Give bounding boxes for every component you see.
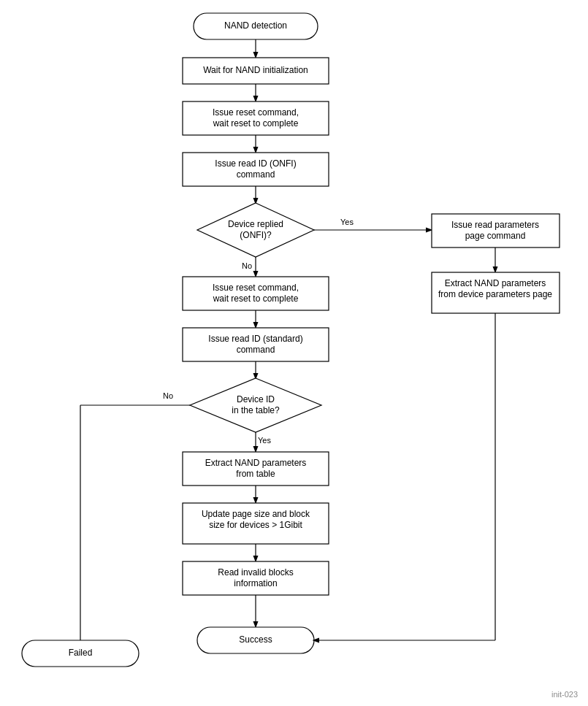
yes2-label: Yes: [258, 436, 271, 445]
no2-label: No: [163, 391, 173, 400]
flowchart: NAND detection Wait for NAND initializat…: [0, 0, 588, 706]
failed-label: Failed: [69, 648, 93, 658]
read-id-std-line1: Issue read ID (standard): [208, 334, 302, 344]
read-params-page-line2: page command: [465, 231, 526, 241]
device-replied-line2: (ONFI)?: [240, 230, 272, 240]
success-label: Success: [239, 634, 272, 645]
extract-table-line1: Extract NAND parameters: [205, 458, 307, 468]
device-id-line1: Device ID: [237, 394, 275, 404]
yes-label: Yes: [340, 218, 354, 226]
read-id-std-line2: command: [237, 345, 275, 355]
reset1-line2: wait reset to complete: [213, 118, 299, 128]
reset2-line1: Issue reset command,: [213, 283, 299, 293]
watermark: init-023: [551, 690, 578, 699]
no-label: No: [242, 261, 252, 270]
reset2-line2: wait reset to complete: [213, 293, 299, 304]
update-page-line2: size for devices > 1Gibit: [209, 520, 302, 530]
wait-init-label: Wait for NAND initialization: [203, 65, 308, 75]
extract-params-line1: Extract NAND parameters: [445, 278, 546, 288]
read-params-page-line1: Issue read parameters: [451, 220, 539, 230]
device-id-line2: in the table?: [232, 405, 280, 415]
read-invalid-line2: information: [234, 578, 277, 588]
device-replied-line1: Device replied: [228, 219, 283, 229]
reset1-line1: Issue reset command,: [213, 107, 299, 118]
nand-detection-label: NAND detection: [224, 20, 287, 31]
update-page-line1: Update page size and block: [202, 509, 310, 519]
read-invalid-line1: Read invalid blocks: [218, 567, 293, 578]
extract-params-line2: from device parameters page: [438, 289, 552, 299]
extract-table-line2: from table: [236, 469, 275, 479]
read-id-onfi-line1: Issue read ID (ONFI): [215, 158, 296, 169]
read-id-onfi-line2: command: [237, 169, 275, 180]
